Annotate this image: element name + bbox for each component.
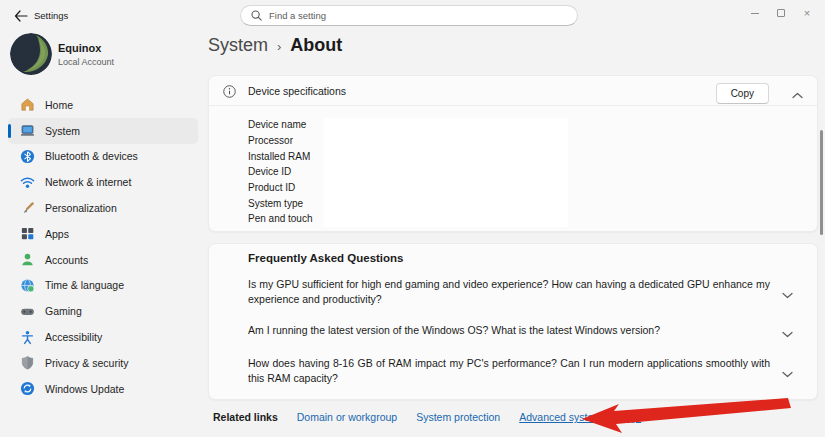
home-icon [19, 97, 35, 113]
chevron-down-icon[interactable] [782, 324, 793, 342]
sidebar-item-label: Bluetooth & devices [45, 150, 138, 162]
search-box[interactable] [240, 5, 578, 26]
sidebar: Home System Bluetooth & devices Network … [8, 92, 198, 402]
close-button[interactable]: × [794, 4, 820, 22]
apps-icon [19, 226, 35, 242]
faq-question-gpu[interactable]: Is my GPU sufficient for high end gaming… [248, 277, 770, 307]
faq-question-windows-version[interactable]: Am I running the latest version of the W… [248, 323, 770, 338]
sidebar-item-home[interactable]: Home [8, 92, 198, 118]
back-arrow-icon [14, 10, 28, 22]
related-links-title: Related links [213, 411, 278, 423]
spec-label-device-name: Device name [248, 117, 313, 133]
search-icon [251, 10, 262, 21]
copy-button[interactable]: Copy [716, 83, 769, 104]
update-icon [19, 381, 35, 397]
chevron-down-icon[interactable] [782, 285, 793, 303]
spec-labels: Device name Processor Installed RAM Devi… [248, 117, 313, 227]
controller-icon [19, 303, 35, 319]
selected-accent-bar [8, 124, 11, 138]
globe-icon [19, 277, 35, 293]
wifi-icon [19, 174, 35, 190]
sidebar-item-label: Apps [45, 228, 69, 240]
sidebar-item-accounts[interactable]: Accounts [8, 247, 198, 273]
spec-label-device-id: Device ID [248, 164, 313, 180]
sidebar-item-label: Personalization [45, 202, 117, 214]
breadcrumb-parent[interactable]: System [208, 35, 268, 56]
system-icon [19, 123, 35, 139]
user-account-type: Local Account [58, 57, 114, 67]
link-domain-or-workgroup[interactable]: Domain or workgroup [297, 411, 397, 423]
sidebar-item-label: Network & internet [45, 176, 131, 188]
chevron-down-icon[interactable] [782, 364, 793, 382]
redacted-values-area [323, 118, 568, 227]
scrollbar[interactable] [820, 130, 823, 235]
sidebar-item-privacy[interactable]: Privacy & security [8, 350, 198, 376]
minimize-icon [751, 13, 759, 14]
person-icon [19, 252, 35, 268]
breadcrumb: System › About [208, 35, 342, 56]
sidebar-item-personalization[interactable]: Personalization [8, 195, 198, 221]
sidebar-item-label: Time & language [45, 279, 124, 291]
link-advanced-system-settings[interactable]: Advanced system settings [519, 411, 641, 423]
page-title: About [290, 35, 342, 56]
info-icon [223, 84, 236, 102]
faq-question-ram[interactable]: How does having 8-16 GB of RAM impact my… [248, 356, 770, 386]
spec-label-processor: Processor [248, 133, 313, 149]
spec-label-system-type: System type [248, 195, 313, 211]
avatar[interactable] [10, 33, 52, 75]
search-input[interactable] [269, 10, 567, 21]
window-controls: × [742, 4, 820, 22]
divider [209, 105, 817, 106]
device-specifications-title: Device specifications [248, 85, 346, 97]
sidebar-item-label: Gaming [45, 305, 82, 317]
sidebar-item-label: Accessibility [45, 331, 102, 343]
device-specifications-header[interactable]: Device specifications Copy [209, 76, 817, 105]
minimize-button[interactable] [742, 4, 768, 22]
breadcrumb-separator-icon: › [277, 37, 281, 54]
sidebar-item-label: Privacy & security [45, 357, 128, 369]
faq-card: Frequently Asked Questions Is my GPU suf… [208, 243, 818, 400]
sidebar-item-label: Home [45, 99, 73, 111]
link-system-protection[interactable]: System protection [416, 411, 500, 423]
device-specifications-card: Device specifications Copy Device name P… [208, 75, 818, 232]
settings-window: Settings × Equinox Local Account Home [0, 0, 825, 437]
sidebar-item-bluetooth[interactable]: Bluetooth & devices [8, 144, 198, 170]
shield-icon [19, 355, 35, 371]
spec-label-installed-ram: Installed RAM [248, 148, 313, 164]
spec-label-product-id: Product ID [248, 180, 313, 196]
back-button[interactable] [12, 7, 30, 25]
maximize-icon [777, 9, 785, 17]
sidebar-item-gaming[interactable]: Gaming [8, 298, 198, 324]
sidebar-item-windows-update[interactable]: Windows Update [8, 376, 198, 402]
chevron-up-icon[interactable] [792, 85, 803, 103]
sidebar-item-accessibility[interactable]: Accessibility [8, 324, 198, 350]
brush-icon [19, 200, 35, 216]
sidebar-item-apps[interactable]: Apps [8, 221, 198, 247]
maximize-button[interactable] [768, 4, 794, 22]
bluetooth-icon [19, 148, 35, 164]
app-title: Settings [34, 10, 68, 21]
faq-title: Frequently Asked Questions [248, 252, 404, 264]
sidebar-item-time-language[interactable]: Time & language [8, 273, 198, 299]
accessibility-icon [19, 329, 35, 345]
spec-label-pen-touch: Pen and touch [248, 211, 313, 227]
sidebar-item-label: Windows Update [45, 383, 124, 395]
sidebar-item-system[interactable]: System [8, 118, 198, 144]
close-icon: × [804, 7, 810, 19]
sidebar-item-network[interactable]: Network & internet [8, 169, 198, 195]
related-links: Related links Domain or workgroup System… [213, 411, 641, 423]
sidebar-item-label: System [45, 125, 80, 137]
sidebar-item-label: Accounts [45, 254, 88, 266]
user-name: Equinox [58, 42, 101, 54]
